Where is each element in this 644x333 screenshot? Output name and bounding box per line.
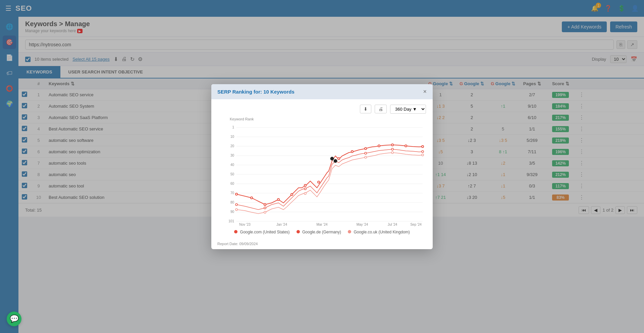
modal-download-button[interactable]: ⬇	[360, 105, 371, 113]
svg-text:10: 10	[230, 135, 234, 138]
svg-point-23	[251, 197, 253, 199]
svg-text:Jul '24: Jul '24	[388, 223, 397, 226]
svg-point-45	[264, 211, 266, 213]
svg-point-32	[365, 148, 367, 150]
chat-bubble[interactable]: 💬	[7, 312, 21, 326]
legend-de: Google.de (Germany)	[297, 230, 341, 234]
svg-point-36	[422, 146, 424, 148]
svg-text:Nov '23: Nov '23	[239, 223, 251, 226]
modal-title: SERP Ranking for: 10 Keywords	[217, 89, 294, 95]
serp-ranking-modal: SERP Ranking for: 10 Keywords × ⬇ 🖨 360 …	[211, 84, 433, 249]
modal-legend: Google.com (United States) Google.de (Ge…	[218, 230, 426, 234]
svg-point-42	[391, 148, 393, 150]
modal-print-button[interactable]: 🖨	[375, 105, 387, 113]
svg-text:Mar '24: Mar '24	[316, 223, 327, 226]
svg-point-30	[338, 158, 340, 160]
period-select[interactable]: 360 Day ▼	[390, 105, 426, 114]
svg-point-43	[422, 151, 424, 153]
legend-uk: Google.co.uk (United Kingdom)	[348, 230, 410, 234]
svg-text:1: 1	[232, 125, 234, 129]
svg-text:80: 80	[230, 201, 234, 204]
svg-text:101: 101	[228, 219, 234, 223]
chart-area: Keyword Rank 1 10 20 30 40 50 60 70 80 9…	[218, 117, 426, 226]
svg-point-31	[351, 151, 353, 153]
svg-point-39	[304, 188, 306, 190]
modal-footer: Report Date: 09/09/2024	[211, 240, 433, 249]
svg-point-26	[291, 193, 293, 196]
svg-point-48	[391, 152, 393, 154]
svg-point-47	[365, 156, 367, 158]
svg-point-38	[264, 207, 266, 209]
svg-point-40	[334, 159, 337, 163]
svg-text:Sep '24: Sep '24	[410, 223, 422, 226]
svg-point-24	[264, 204, 266, 206]
svg-text:90: 90	[230, 210, 234, 214]
svg-point-41	[365, 152, 367, 154]
svg-text:30: 30	[230, 154, 234, 157]
modal-toolbar: ⬇ 🖨 360 Day ▼	[218, 105, 426, 114]
modal-overlay[interactable]: SERP Ranking for: 10 Keywords × ⬇ 🖨 360 …	[0, 0, 644, 333]
svg-point-29	[330, 157, 334, 160]
svg-point-35	[405, 145, 407, 147]
rank-chart: 1 10 20 30 40 50 60 70 80 90 101	[225, 122, 426, 226]
modal-body: ⬇ 🖨 360 Day ▼ Keyword Rank 1 10 20 30 40…	[211, 99, 433, 240]
svg-point-46	[304, 192, 306, 195]
svg-point-22	[235, 193, 237, 195]
legend-dot-de	[297, 230, 300, 233]
svg-text:50: 50	[230, 172, 234, 176]
svg-point-27	[304, 184, 306, 186]
svg-text:Jan '24: Jan '24	[276, 223, 287, 226]
chart-y-label: Keyword Rank	[230, 117, 426, 121]
modal-close-button[interactable]: ×	[423, 88, 427, 95]
svg-point-28	[318, 181, 320, 183]
svg-point-34	[391, 144, 393, 146]
svg-text:May '24: May '24	[357, 223, 368, 226]
svg-point-44	[235, 209, 237, 211]
svg-text:40: 40	[230, 163, 234, 167]
svg-point-33	[378, 145, 380, 147]
legend-dot-uk	[348, 230, 351, 233]
legend-us: Google.com (United States)	[234, 230, 289, 234]
svg-text:70: 70	[230, 191, 234, 195]
svg-point-37	[235, 204, 237, 206]
svg-text:20: 20	[230, 144, 234, 148]
legend-dot-us	[234, 230, 237, 233]
svg-text:60: 60	[230, 182, 234, 185]
modal-header: SERP Ranking for: 10 Keywords ×	[211, 84, 433, 99]
svg-point-25	[277, 199, 279, 201]
svg-point-49	[422, 154, 424, 156]
